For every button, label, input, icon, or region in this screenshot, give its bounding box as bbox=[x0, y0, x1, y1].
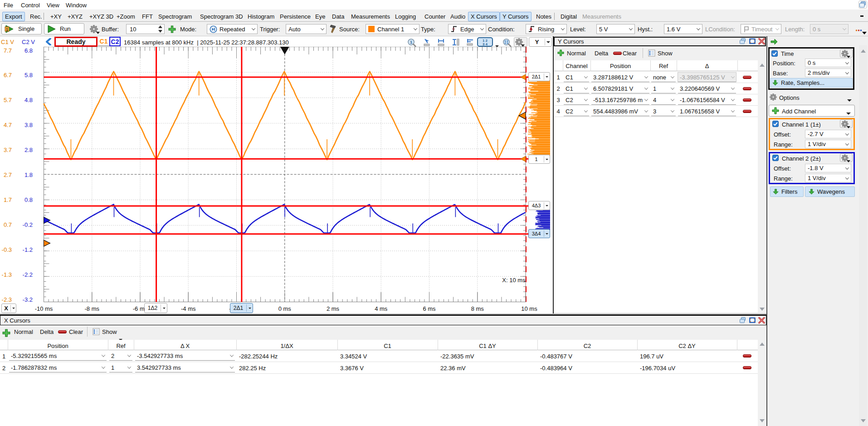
svg-text:X: 10 ms: X: 10 ms bbox=[502, 277, 526, 284]
svg-text:1: 1 bbox=[6, 27, 8, 31]
svg-text:1: 1 bbox=[410, 40, 412, 44]
